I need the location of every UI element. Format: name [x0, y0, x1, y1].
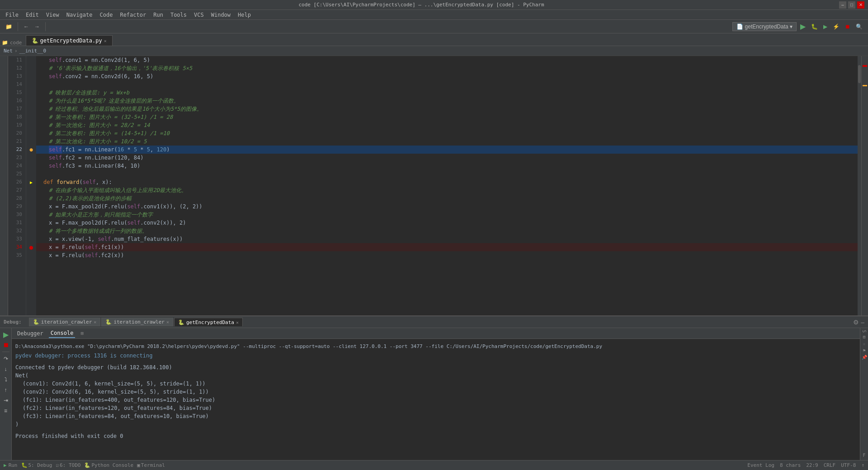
gutter-15	[26, 89, 36, 97]
search-everywhere-button[interactable]: 🔍	[854, 23, 864, 31]
warning-icon: ●	[29, 146, 33, 153]
event-log-label[interactable]: Event Log	[747, 462, 774, 468]
menu-run[interactable]: Run	[150, 11, 167, 19]
menu-view[interactable]: View	[42, 11, 63, 19]
debug-status-label[interactable]: 5: Debug	[28, 462, 52, 468]
python-console-label[interactable]: Python Console	[91, 462, 133, 468]
console-output-line-5: (fc1): Linear(in_features=400, out_featu…	[15, 396, 856, 404]
tab-debugger[interactable]: Debugger	[15, 329, 45, 338]
line-30: 30	[8, 211, 24, 219]
console-output-line-2: Net(	[15, 371, 856, 380]
run-config-selector[interactable]: 📄 getEncryptedData ▾	[732, 22, 797, 31]
menu-window[interactable]: Window	[208, 11, 234, 19]
project-label: 📁 code	[2, 40, 22, 46]
code-editor[interactable]: self.conv1 = nn.Conv2d(1, 6, 5) # '6'表示输…	[36, 56, 858, 315]
line-16: 16	[8, 97, 24, 105]
tool-separator	[2, 352, 9, 352]
run-button[interactable]: ▶	[798, 21, 807, 32]
maximize-button[interactable]: □	[848, 1, 855, 9]
project-icon[interactable]: 📁	[4, 23, 14, 31]
line-28: 28	[8, 194, 24, 202]
console-cmd-text: D:\Anaconda3\python.exe "D:\pycharm\PyCh…	[15, 343, 602, 349]
right-tool-1[interactable]: ⊞	[863, 334, 865, 339]
line-25: 25	[8, 170, 24, 178]
breadcrumb-net[interactable]: Net	[4, 48, 13, 54]
favorites-label[interactable]: F	[863, 453, 865, 458]
minimize-button[interactable]: –	[839, 1, 846, 9]
run-config-icon: 📄	[736, 24, 745, 30]
settings-icon[interactable]: ⚙	[853, 319, 859, 326]
run-to-cursor-button[interactable]: ⇥	[1, 396, 10, 405]
step-into-button[interactable]: ↓	[1, 365, 10, 374]
step-into-my-code-button[interactable]: ⤵	[1, 375, 10, 384]
python-icon-small-3: 🐍	[178, 320, 184, 325]
close-button[interactable]: ✕	[857, 1, 864, 9]
code-line-33: x = x.view(-1, self.num_flat_features(x)…	[36, 235, 858, 243]
stop-button[interactable]: ⏹	[843, 23, 852, 31]
right-tool-3[interactable]: ⚑	[863, 348, 865, 353]
console-output[interactable]: D:\Anaconda3\python.exe "D:\pycharm\PyCh…	[12, 339, 860, 460]
debug-label: Debug:	[4, 319, 22, 325]
console-expand-icon[interactable]: ⊞	[80, 330, 84, 336]
coverage-button[interactable]: ▶	[821, 23, 829, 31]
gutter: ● ▶ ●	[26, 56, 36, 315]
menu-help[interactable]: Help	[234, 11, 255, 19]
right-tool-4[interactable]: 📌	[862, 355, 867, 360]
code-line-22: self.fc1 = nn.Linear(16 * 5 * 5, 120)	[36, 146, 858, 154]
menu-navigate[interactable]: Navigate	[63, 11, 96, 19]
debug-tab-encrypted-close[interactable]: ✕	[236, 320, 239, 325]
debug-status-icon[interactable]: 🐛	[21, 462, 28, 468]
scrollbar-thumb[interactable]	[858, 65, 861, 83]
resume-button[interactable]: ▶	[1, 330, 10, 339]
gutter-35	[26, 251, 36, 259]
gutter-12	[26, 64, 36, 72]
toolbar-btn-1[interactable]: ←	[22, 23, 31, 31]
status-right: Event Log 8 chars 22:9 CRLF UTF-8 ↑	[747, 462, 864, 468]
gutter-20	[26, 129, 36, 137]
debug-tab-iter2-close[interactable]: ✕	[166, 320, 169, 324]
code-line-26: def forward(self, x):	[36, 178, 858, 186]
run-status-icon[interactable]: ▶	[4, 462, 7, 468]
gutter-27	[26, 186, 36, 194]
debug-button[interactable]: 🐛	[809, 23, 820, 31]
code-line-30: # 如果大小是正方形，则只能指定一个数字	[36, 211, 858, 219]
stop-debug-button[interactable]: ⏹	[1, 340, 10, 349]
terminal-label[interactable]: Terminal	[141, 462, 165, 468]
console-output-line-8: )	[15, 420, 856, 428]
crlf-label[interactable]: CRLF	[824, 462, 836, 468]
console-output-line-1: Connected to pydev debugger (build 182.3…	[15, 363, 856, 371]
run-status-label[interactable]: Run	[9, 462, 18, 468]
debug-tab-iter1-close[interactable]: ✕	[94, 320, 96, 324]
console-cmd-line: D:\Anaconda3\python.exe "D:\pycharm\PyCh…	[15, 343, 856, 351]
code-line-11: self.conv1 = nn.Conv2d(1, 6, 5)	[36, 56, 858, 64]
menu-tools[interactable]: Tools	[167, 11, 190, 19]
vertical-scrollbar[interactable]	[858, 56, 861, 315]
tab-close-icon[interactable]: ✕	[104, 38, 107, 43]
menu-code[interactable]: Code	[96, 11, 117, 19]
folder-icon: 📁	[2, 40, 8, 46]
minimize-panel-button[interactable]: –	[861, 319, 864, 326]
menu-vcs[interactable]: VCS	[190, 11, 208, 19]
menu-file[interactable]: File	[2, 11, 22, 19]
menu-refactor[interactable]: Refactor	[116, 11, 150, 19]
encoding-label[interactable]: UTF-8	[841, 462, 856, 468]
tab-console[interactable]: Console	[49, 329, 75, 338]
menu-edit[interactable]: Edit	[22, 11, 42, 19]
debug-tab-iter1[interactable]: 🐍 iteration_crawler ✕	[29, 318, 101, 326]
step-over-button[interactable]: ↷	[1, 354, 10, 363]
todo-label[interactable]: 6: TODO	[60, 462, 80, 468]
line-29: 29	[8, 202, 24, 211]
tab-getencrypteddata[interactable]: 🐍 getEncryptedData.py ✕	[26, 35, 113, 46]
debug-tab-encrypted[interactable]: 🐍 getEncryptedData ✕	[174, 318, 243, 326]
debug-tab-iter2[interactable]: 🐍 iteration_crawler ✕	[101, 318, 173, 326]
evaluate-button[interactable]: ≡	[1, 406, 10, 415]
line-13: 13	[8, 72, 24, 80]
right-tool-2[interactable]: ☆	[863, 341, 865, 346]
step-out-button[interactable]: ↑	[1, 385, 10, 395]
structure-label[interactable]: S	[862, 330, 867, 333]
code-line-28: # (2,2)表示的是池化操作的步幅	[36, 194, 858, 202]
breadcrumb-init[interactable]: __init__0	[19, 48, 47, 54]
toolbar-btn-2[interactable]: →	[33, 23, 42, 31]
line-35: 35	[8, 251, 24, 259]
profile-button[interactable]: ⚡	[831, 23, 841, 31]
